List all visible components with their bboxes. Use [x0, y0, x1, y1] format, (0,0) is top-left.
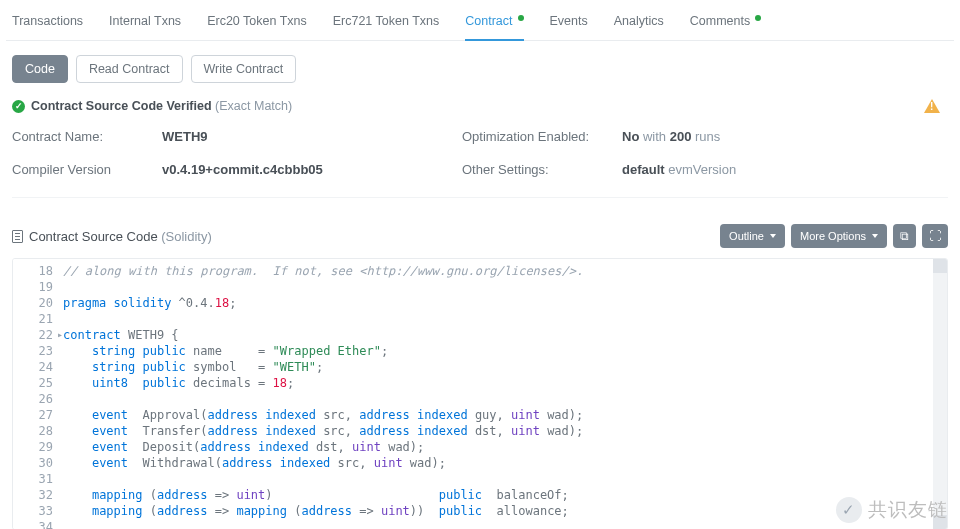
line-number: 24: [13, 359, 53, 375]
code-line: [63, 519, 933, 529]
line-number: 21: [13, 311, 53, 327]
code-line: contract WETH9 {: [63, 327, 933, 343]
optimization-label: Optimization Enabled:: [462, 129, 622, 144]
line-number: 30: [13, 455, 53, 471]
write-contract-button[interactable]: Write Contract: [191, 55, 297, 83]
tab-label: Contract: [465, 14, 512, 28]
line-number: 31: [13, 471, 53, 487]
line-number: 33: [13, 503, 53, 519]
expand-button[interactable]: [922, 224, 948, 248]
outline-label: Outline: [729, 230, 764, 242]
code-line: [63, 279, 933, 295]
compiler-label: Compiler Version: [12, 162, 162, 177]
outline-button[interactable]: Outline: [720, 224, 785, 248]
optimization-runs-suffix: runs: [691, 129, 720, 144]
code-line: [63, 311, 933, 327]
scroll-down-icon[interactable]: [933, 515, 947, 529]
line-number: 23: [13, 343, 53, 359]
tab-internal-txns[interactable]: Internal Txns: [109, 8, 181, 40]
tab-comments[interactable]: Comments: [690, 8, 761, 40]
section-title-text: Contract Source Code: [29, 229, 158, 244]
expand-icon: [929, 229, 941, 243]
line-number: 28: [13, 423, 53, 439]
line-number: 18: [13, 263, 53, 279]
code-line: [63, 391, 933, 407]
verified-text: Contract Source Code Verified (Exact Mat…: [31, 99, 292, 113]
verified-exact: (Exact Match): [215, 99, 292, 113]
editor-toolbar: Outline More Options: [720, 224, 948, 248]
tab-contract[interactable]: Contract: [465, 8, 523, 40]
scroll-up-icon[interactable]: [933, 259, 947, 273]
tab-erc721-token-txns[interactable]: Erc721 Token Txns: [333, 8, 440, 40]
copy-icon: [900, 229, 909, 243]
optimization-no: No: [622, 129, 639, 144]
more-options-button[interactable]: More Options: [791, 224, 887, 248]
chevron-down-icon: [770, 234, 776, 238]
verified-dot-icon: [518, 15, 524, 21]
code-line: [63, 471, 933, 487]
line-number: 29: [13, 439, 53, 455]
copy-button[interactable]: [893, 224, 916, 248]
line-number: 32: [13, 487, 53, 503]
tab-analytics[interactable]: Analytics: [614, 8, 664, 40]
main-tabs: Transactions Internal Txns Erc20 Token T…: [6, 0, 954, 41]
code-line: event Approval(address indexed src, addr…: [63, 407, 933, 423]
line-number: 26: [13, 391, 53, 407]
section-title-lang: (Solidity): [161, 229, 212, 244]
tab-label: Internal Txns: [109, 14, 181, 28]
line-number: 34: [13, 519, 53, 529]
warning-icon[interactable]: [924, 99, 940, 113]
verified-line: ✓ Contract Source Code Verified (Exact M…: [6, 95, 954, 123]
code-line: uint8 public decimals = 18;: [63, 375, 933, 391]
tab-label: Events: [550, 14, 588, 28]
file-icon: [12, 230, 23, 243]
other-settings-value: default evmVersion: [622, 162, 948, 177]
tab-events[interactable]: Events: [550, 8, 588, 40]
code-editor: 1819202122232425262728293031323334353637…: [12, 258, 948, 529]
code-line: pragma solidity ^0.4.18;: [63, 295, 933, 311]
contract-name-value: WETH9: [162, 129, 208, 144]
compiler-value: v0.4.19+commit.c4cbbb05: [162, 162, 323, 177]
tab-label: Analytics: [614, 14, 664, 28]
code-line: mapping (address => mapping (address => …: [63, 503, 933, 519]
tab-label: Transactions: [12, 14, 83, 28]
settings-rest: evmVersion: [665, 162, 737, 177]
optimization-value: No with 200 runs: [622, 129, 948, 144]
read-contract-button[interactable]: Read Contract: [76, 55, 183, 83]
optimization-runs: 200: [670, 129, 692, 144]
settings-bold: default: [622, 162, 665, 177]
tab-label: Erc721 Token Txns: [333, 14, 440, 28]
line-number: 20: [13, 295, 53, 311]
code-line: string public name = "Wrapped Ether";: [63, 343, 933, 359]
other-settings-label: Other Settings:: [462, 162, 622, 177]
line-number: 19: [13, 279, 53, 295]
optimization-with: with: [639, 129, 669, 144]
tab-label: Comments: [690, 14, 750, 28]
line-number: 25: [13, 375, 53, 391]
line-gutter: 1819202122232425262728293031323334353637…: [13, 259, 59, 529]
chevron-down-icon: [872, 234, 878, 238]
source-section-header: Contract Source Code (Solidity) Outline …: [6, 212, 954, 258]
tab-label: Erc20 Token Txns: [207, 14, 307, 28]
divider: [12, 197, 948, 198]
code-line: event Deposit(address indexed dst, uint …: [63, 439, 933, 455]
comments-dot-icon: [755, 15, 761, 21]
scrollbar[interactable]: [933, 259, 947, 529]
code-button[interactable]: Code: [12, 55, 68, 83]
contract-info-grid: Contract Name: WETH9 Optimization Enable…: [6, 123, 954, 197]
tab-erc20-token-txns[interactable]: Erc20 Token Txns: [207, 8, 307, 40]
code-line: event Withdrawal(address indexed src, ui…: [63, 455, 933, 471]
code-line: event Transfer(address indexed src, addr…: [63, 423, 933, 439]
line-number: 27: [13, 407, 53, 423]
contract-subtabs: Code Read Contract Write Contract: [6, 41, 954, 95]
code-line: // along with this program. If not, see …: [63, 263, 933, 279]
verified-label: Contract Source Code Verified: [31, 99, 212, 113]
more-label: More Options: [800, 230, 866, 242]
contract-name-label: Contract Name:: [12, 129, 162, 144]
tab-transactions[interactable]: Transactions: [12, 8, 83, 40]
check-circle-icon: ✓: [12, 100, 25, 113]
source-section-title: Contract Source Code (Solidity): [29, 229, 212, 244]
code-line: string public symbol = "WETH";: [63, 359, 933, 375]
code-line: mapping (address => uint) public balance…: [63, 487, 933, 503]
code-area[interactable]: // along with this program. If not, see …: [63, 263, 933, 529]
